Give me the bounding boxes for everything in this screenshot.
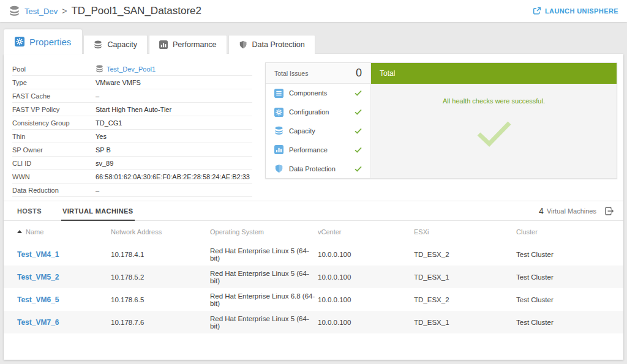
property-row: CLI ID sv_89 xyxy=(12,157,252,170)
check-icon xyxy=(355,147,362,153)
column-header-network-address[interactable]: Network Address xyxy=(111,228,210,236)
property-row: Thin Yes xyxy=(12,130,252,143)
vm-cluster: Test Cluster xyxy=(516,296,623,303)
tab-performance[interactable]: Performance xyxy=(149,35,227,54)
property-row-pool: Pool Test_Dev_Pool1 xyxy=(12,62,252,76)
health-panel: Total Issues 0 Components xyxy=(265,62,617,179)
property-value: Start High Then Auto-Tier xyxy=(96,106,171,113)
property-label: CLI ID xyxy=(12,160,96,167)
tab-capacity[interactable]: Capacity xyxy=(83,35,148,54)
health-item-data-protection[interactable]: Data Protection xyxy=(266,159,370,178)
vm-operating-system: Red Hat Enterprise Linux 5 (64-bit) xyxy=(210,270,318,284)
health-success-message: All health checks were successful. xyxy=(371,84,617,105)
check-icon xyxy=(355,166,362,172)
check-icon xyxy=(355,128,362,134)
table-row: Test_VM4_1 10.178.4.1 Red Hat Enterprise… xyxy=(4,243,623,266)
main-tab-bar: Properties Capacity Performance xyxy=(4,29,623,54)
health-total-header-label: Total xyxy=(380,69,395,78)
tab-virtual-machines[interactable]: VIRTUAL MACHINES xyxy=(62,201,133,220)
column-header-operating-system[interactable]: Operating System xyxy=(210,228,318,236)
tab-hosts[interactable]: HOSTS xyxy=(17,201,42,220)
column-header-cluster[interactable]: Cluster xyxy=(516,228,623,236)
vm-count: 4 Virtual Machines xyxy=(539,206,615,217)
property-row: Data Reduction – xyxy=(12,184,252,197)
vm-name-link[interactable]: Test_VM5_2 xyxy=(17,273,111,281)
launch-unisphere-button[interactable]: LAUNCH UNISPHERE xyxy=(533,7,618,15)
vm-esxi: TD_ESX_2 xyxy=(414,251,516,258)
export-button[interactable] xyxy=(604,206,615,217)
property-value: TD_CG1 xyxy=(96,119,122,127)
tab-performance-label: Performance xyxy=(173,40,217,49)
health-item-performance[interactable]: Performance xyxy=(266,140,370,159)
vm-name-link[interactable]: Test_VM6_5 xyxy=(17,295,111,304)
cylinder-icon xyxy=(274,126,283,135)
property-label: WWN xyxy=(12,173,96,180)
tab-properties[interactable]: Properties xyxy=(4,29,82,54)
property-label: SP Owner xyxy=(12,146,96,154)
gear-square-icon xyxy=(15,37,24,46)
properties-list: Pool Test_Dev_Pool1 Type VMware VMFS xyxy=(12,62,252,197)
health-item-components[interactable]: Components xyxy=(266,84,370,103)
table-row: Test_VM6_5 10.178.6.5 Red Hat Enterprise… xyxy=(4,288,623,311)
datastore-cylinder-icon xyxy=(9,6,20,17)
property-value: VMware VMFS xyxy=(96,79,141,86)
property-row: FAST Cache – xyxy=(12,89,252,103)
property-label: FAST VP Policy xyxy=(12,106,96,113)
shield-icon xyxy=(274,164,283,173)
property-label: Thin xyxy=(12,133,96,140)
property-row: FAST VP Policy Start High Then Auto-Tier xyxy=(12,103,252,116)
property-value: 66:58:01:62:0A:30:6E:F0:AB:2E:28:58:24:A… xyxy=(96,173,250,180)
property-label: Data Reduction xyxy=(12,187,96,194)
tab-hosts-label: HOSTS xyxy=(17,207,42,215)
breadcrumb: Test_Dev > TD_Pool1_SAN_Datastore2 xyxy=(9,5,533,17)
property-label: Type xyxy=(12,79,96,86)
health-item-configuration[interactable]: Configuration xyxy=(266,103,370,122)
vm-network-address: 10.178.5.2 xyxy=(111,273,210,281)
pool-link[interactable]: Test_Dev_Pool1 xyxy=(107,65,156,73)
health-item-label: Configuration xyxy=(289,108,349,116)
vm-operating-system: Red Hat Enterprise Linux 6.8 (64-bit) xyxy=(210,292,318,307)
property-value-pool: Test_Dev_Pool1 xyxy=(96,65,156,73)
vm-esxi: TD_ESX_1 xyxy=(414,319,516,326)
vm-cluster: Test Cluster xyxy=(516,319,623,326)
property-value: sv_89 xyxy=(96,160,113,167)
tab-data-protection[interactable]: Data Protection xyxy=(228,35,315,54)
property-value: – xyxy=(96,187,99,194)
health-total-header: Total xyxy=(371,63,617,84)
column-header-vcenter[interactable]: vCenter xyxy=(318,228,414,236)
health-item-capacity[interactable]: Capacity xyxy=(266,122,370,141)
health-item-label: Components xyxy=(289,89,349,97)
property-value: Yes xyxy=(96,133,107,140)
vm-name-link[interactable]: Test_VM4_1 xyxy=(17,250,111,259)
vm-name-link[interactable]: Test_VM7_6 xyxy=(17,318,111,327)
vm-section-tab-bar: HOSTS VIRTUAL MACHINES 4 Virtual Machine… xyxy=(4,201,623,221)
sort-ascending-icon xyxy=(17,230,22,233)
column-header-name[interactable]: Name xyxy=(17,228,111,236)
table-row: Test_VM7_6 10.178.7.6 Red Hat Enterprise… xyxy=(4,311,623,333)
tab-capacity-label: Capacity xyxy=(107,40,137,49)
property-value: – xyxy=(96,92,99,100)
column-header-esxi[interactable]: ESXi xyxy=(414,228,516,236)
property-row: WWN 66:58:01:62:0A:30:6E:F0:AB:2E:28:58:… xyxy=(12,170,252,184)
cylinder-icon xyxy=(94,40,102,49)
property-row: Consistency Group TD_CG1 xyxy=(12,116,252,130)
breadcrumb-parent-link[interactable]: Test_Dev xyxy=(24,7,58,16)
health-category-list: Total Issues 0 Components xyxy=(266,63,371,178)
health-total-body: All health checks were successful. xyxy=(371,84,617,178)
vm-count-number: 4 xyxy=(539,206,544,216)
property-label: FAST Cache xyxy=(12,92,96,100)
tab-virtual-machines-label: VIRTUAL MACHINES xyxy=(62,207,133,215)
vm-vcenter: 10.0.0.100 xyxy=(318,273,414,281)
list-square-icon xyxy=(274,89,283,98)
health-item-label: Capacity xyxy=(289,127,349,135)
health-item-label: Data Protection xyxy=(289,165,349,173)
bar-chart-icon xyxy=(274,145,283,154)
page-title: TD_Pool1_SAN_Datastore2 xyxy=(71,5,201,17)
tab-data-protection-label: Data Protection xyxy=(252,40,305,49)
breadcrumb-separator: > xyxy=(62,6,67,16)
vm-esxi: TD_ESX_1 xyxy=(414,273,516,281)
vm-network-address: 10.178.4.1 xyxy=(111,251,210,258)
launch-unisphere-label: LAUNCH UNISPHERE xyxy=(545,7,618,15)
vm-cluster: Test Cluster xyxy=(516,251,623,258)
vm-network-address: 10.178.6.5 xyxy=(111,296,210,303)
